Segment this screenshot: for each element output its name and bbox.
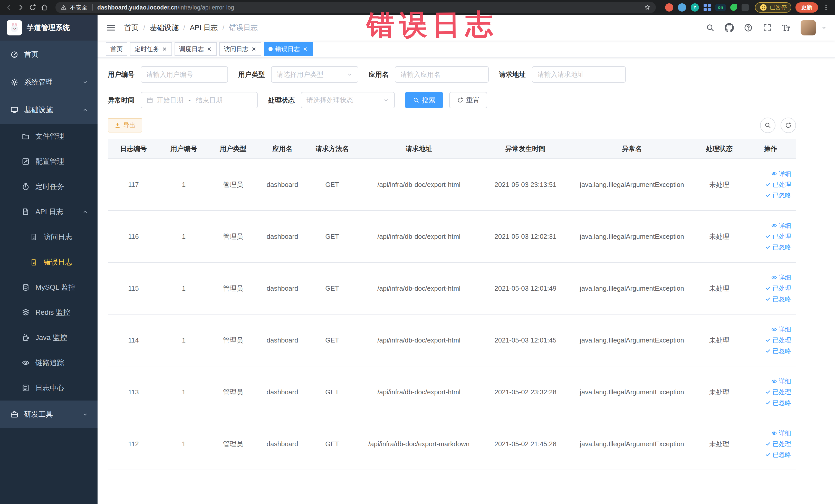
sidebar-item-file[interactable]: 文件管理 — [0, 124, 98, 149]
sidebar-item-dev-tools[interactable]: 研发工具 — [0, 401, 98, 428]
tab-access-log[interactable]: 访问日志 — [219, 42, 261, 56]
close-icon[interactable] — [206, 46, 212, 52]
sidebar-item-log-center[interactable]: 日志中心 — [0, 375, 98, 401]
sidebar-item-home[interactable]: 首页 — [0, 41, 98, 68]
github-icon[interactable] — [725, 23, 734, 32]
breadcrumb-item[interactable]: API 日志 — [190, 23, 218, 33]
action-label: 已忽略 — [773, 347, 791, 355]
app-name-input[interactable] — [395, 66, 489, 83]
action-detail-link[interactable]: 详细 — [771, 222, 791, 230]
close-icon[interactable] — [162, 46, 167, 52]
sidebar-item-access-log[interactable]: 访问日志 — [0, 224, 98, 249]
browser-forward-icon[interactable] — [17, 4, 25, 11]
action-ignored-link[interactable]: 已忽略 — [765, 243, 791, 251]
action-processed-link[interactable]: 已处理 — [765, 233, 791, 241]
extension-icon[interactable] — [704, 4, 711, 11]
search-button[interactable]: 搜索 — [405, 92, 443, 108]
action-label: 已处理 — [773, 181, 791, 189]
request-url-input[interactable] — [532, 66, 626, 83]
action-ignored-link[interactable]: 已忽略 — [765, 450, 791, 459]
action-detail-link[interactable]: 详细 — [771, 377, 791, 385]
extension-icon[interactable]: Y — [691, 3, 699, 12]
close-icon[interactable] — [251, 46, 257, 52]
process-status-select[interactable]: 请选择处理状态 — [301, 92, 395, 108]
reset-button[interactable]: 重置 — [449, 92, 487, 108]
sidebar-item-error-log[interactable]: 错误日志 — [0, 249, 98, 275]
extension-icon[interactable] — [665, 3, 673, 12]
action-ignored-link[interactable]: 已忽略 — [765, 191, 791, 200]
cell-method: GET — [307, 210, 357, 262]
action-detail-link[interactable]: 详细 — [771, 170, 791, 178]
sidebar-item-system[interactable]: 系统管理 — [0, 68, 98, 96]
help-icon[interactable] — [744, 23, 753, 32]
bookmark-star-icon[interactable] — [644, 4, 651, 11]
eye-icon — [771, 378, 777, 384]
extension-icon[interactable] — [741, 4, 749, 11]
profile-paused-badge[interactable]: 已暂停 — [755, 2, 791, 13]
action-detail-link[interactable]: 详细 — [771, 429, 791, 437]
sidebar-item-job[interactable]: 定时任务 — [0, 174, 98, 199]
search-icon[interactable] — [706, 23, 715, 32]
sidebar-item-label: 日志中心 — [36, 383, 98, 393]
url-host: dashboard.yudao.iocoder.cn — [97, 4, 178, 11]
extension-icon[interactable] — [730, 4, 737, 11]
browser-reload-icon[interactable] — [29, 4, 37, 11]
action-ignored-link[interactable]: 已忽略 — [765, 399, 791, 407]
cell-url: /api/infra/db-doc/export-html — [357, 314, 481, 366]
check-icon — [765, 285, 771, 291]
breadcrumb-item[interactable]: 基础设施 — [150, 23, 179, 33]
action-label: 已忽略 — [773, 295, 791, 303]
toggle-search-button[interactable] — [760, 118, 775, 133]
action-detail-link[interactable]: 详细 — [771, 325, 791, 334]
font-size-icon[interactable] — [781, 23, 791, 32]
sidebar-item-trace[interactable]: 链路追踪 — [0, 350, 98, 375]
browser-back-icon[interactable] — [5, 4, 13, 11]
action-processed-link[interactable]: 已处理 — [765, 388, 791, 396]
action-ignored-link[interactable]: 已忽略 — [765, 295, 791, 303]
action-label: 详细 — [779, 170, 791, 178]
hamburger-icon[interactable] — [106, 23, 116, 33]
refresh-table-button[interactable] — [780, 118, 796, 133]
process-status-label: 处理状态 — [268, 96, 295, 105]
row-actions: 详细已处理已忽略 — [748, 274, 793, 303]
tab-job-log[interactable]: 调度日志 — [175, 42, 217, 56]
sidebar-item-redis[interactable]: Redis 监控 — [0, 300, 98, 325]
tab-error-log[interactable]: 错误日志 — [264, 42, 313, 56]
exception-time-range-picker[interactable]: 开始日期 - 结束日期 — [141, 92, 258, 108]
action-ignored-link[interactable]: 已忽略 — [765, 347, 791, 355]
sidebar-item-label: 错误日志 — [44, 257, 98, 267]
sidebar-item-api-log[interactable]: API 日志 — [0, 199, 98, 224]
export-button[interactable]: 导出 — [108, 118, 142, 133]
cell-exception: java.lang.IllegalArgumentException — [570, 159, 694, 210]
close-icon[interactable] — [302, 46, 308, 52]
browser-menu-kebab-icon[interactable] — [822, 4, 830, 11]
check-icon — [765, 244, 771, 250]
cell-user-type: 管理员 — [208, 159, 258, 210]
sidebar-item-java[interactable]: Java 监控 — [0, 325, 98, 350]
caret-down-icon[interactable] — [821, 25, 827, 31]
breadcrumb-item[interactable]: 首页 — [124, 23, 139, 33]
eye-icon — [771, 223, 777, 229]
user-type-select[interactable]: 请选择用户类型 — [271, 66, 358, 83]
sidebar-item-mysql[interactable]: MySQL 监控 — [0, 275, 98, 300]
browser-update-button[interactable]: 更新 — [795, 2, 818, 13]
fullscreen-icon[interactable] — [762, 23, 772, 32]
sidebar-item-config[interactable]: 配置管理 — [0, 149, 98, 174]
tab-job[interactable]: 定时任务 — [130, 42, 172, 56]
action-processed-link[interactable]: 已处理 — [765, 284, 791, 293]
action-processed-link[interactable]: 已处理 — [765, 336, 791, 344]
action-detail-link[interactable]: 详细 — [771, 274, 791, 282]
user-avatar[interactable] — [801, 20, 816, 36]
address-bar[interactable]: 不安全 dashboard.yudao.iocoder.cn/infra/log… — [56, 2, 656, 13]
browser-home-icon[interactable] — [41, 4, 48, 11]
action-processed-link[interactable]: 已处理 — [765, 181, 791, 189]
action-processed-link[interactable]: 已处理 — [765, 440, 791, 448]
extension-icon[interactable] — [678, 3, 686, 12]
sidebar-item-infra[interactable]: 基础设施 — [0, 96, 98, 124]
navbar-actions — [706, 20, 827, 36]
check-icon — [765, 389, 771, 395]
app-logo-row[interactable]: 芋道管理系统 — [0, 15, 98, 41]
extension-icon[interactable]: on — [715, 4, 726, 11]
user-id-input[interactable] — [141, 66, 228, 83]
tab-home[interactable]: 首页 — [106, 42, 127, 56]
